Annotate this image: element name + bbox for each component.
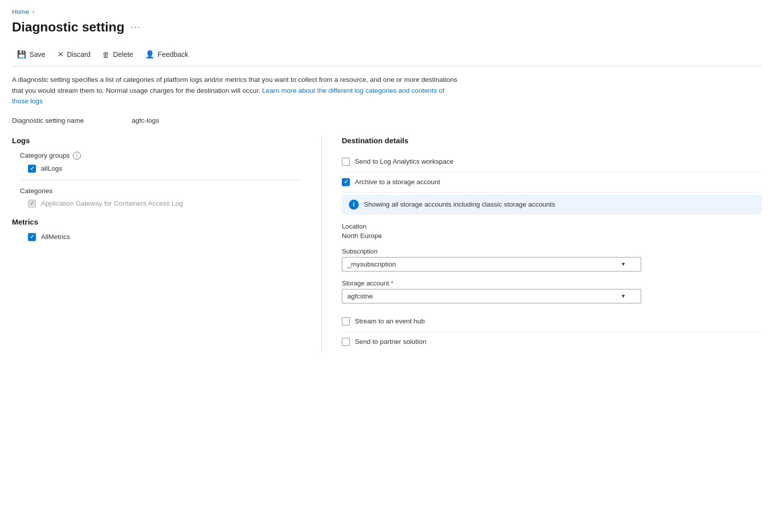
breadcrumb-home[interactable]: Home — [12, 8, 29, 15]
subscription-select-wrapper: _mysubscription ▾ — [342, 257, 641, 271]
dest-log-analytics-row: Send to Log Analytics workspace — [342, 152, 762, 172]
dest-log-analytics-label: Send to Log Analytics workspace — [355, 158, 454, 165]
info-banner: i Showing all storage accounts including… — [342, 195, 762, 215]
category-groups-header: Category groups i — [20, 152, 301, 160]
save-button[interactable]: 💾 Save — [12, 47, 50, 62]
feedback-button[interactable]: 👤 Feedback — [140, 47, 193, 62]
feedback-icon: 👤 — [145, 50, 155, 59]
category-groups-label: Category groups — [20, 152, 70, 159]
subscription-select[interactable]: _mysubscription ▾ — [342, 257, 641, 271]
storage-account-required-star: * — [391, 279, 393, 287]
destination-title: Destination details — [342, 136, 762, 145]
all-logs-checkbox[interactable] — [28, 165, 36, 173]
dest-eventhub-checkbox[interactable] — [342, 317, 350, 325]
logs-section-title: Logs — [12, 136, 301, 145]
storage-account-select-value: agfcstne — [347, 292, 373, 300]
setting-name-row: Diagnostic setting name agfc-logs — [12, 117, 762, 124]
dest-storage-row: Archive to a storage account — [342, 172, 762, 193]
breadcrumb-separator: › — [32, 8, 34, 15]
logs-divider — [20, 180, 301, 180]
page-container: Home › Diagnostic setting ··· 💾 Save ✕ D… — [0, 0, 774, 532]
discard-label: Discard — [67, 50, 90, 58]
storage-account-select-wrapper: agfcstne ▾ — [342, 289, 641, 303]
info-banner-text: Showing all storage accounts including c… — [364, 201, 555, 208]
location-group: Location North Europe — [342, 223, 762, 240]
delete-label: Delete — [113, 50, 133, 58]
delete-button[interactable]: 🗑 Delete — [97, 47, 138, 62]
subscription-select-value: _mysubscription — [347, 261, 396, 268]
app-gateway-label: Application Gateway for Containers Acces… — [41, 200, 183, 207]
category-groups-info-icon[interactable]: i — [73, 152, 81, 160]
setting-name-label: Diagnostic setting name — [12, 117, 102, 124]
dest-log-analytics-checkbox[interactable] — [342, 158, 350, 166]
feedback-label: Feedback — [158, 50, 188, 58]
left-panel: Logs Category groups i allLogs Categorie… — [12, 136, 321, 352]
dest-storage-checkbox[interactable] — [342, 178, 350, 186]
page-title-row: Diagnostic setting ··· — [12, 19, 762, 35]
location-label: Location — [342, 223, 762, 230]
app-gateway-checkbox — [28, 200, 36, 208]
more-options-button[interactable]: ··· — [130, 22, 141, 32]
dest-eventhub-label: Stream to an event hub — [355, 317, 425, 325]
dest-storage-label: Archive to a storage account — [355, 178, 440, 186]
dest-partner-row: Send to partner solution — [342, 332, 762, 352]
main-content: Logs Category groups i allLogs Categorie… — [12, 136, 762, 352]
location-value: North Europe — [342, 232, 762, 240]
categories-header: Categories — [20, 187, 301, 195]
save-label: Save — [29, 50, 45, 58]
all-metrics-row: AllMetrics — [28, 233, 301, 241]
all-metrics-checkbox[interactable] — [28, 233, 36, 241]
storage-account-select[interactable]: agfcstne ▾ — [342, 289, 641, 303]
storage-account-label-text: Storage account — [342, 279, 389, 287]
info-banner-icon: i — [349, 200, 359, 210]
discard-icon: ✕ — [57, 50, 64, 59]
page-title: Diagnostic setting — [12, 19, 124, 35]
categories-label: Categories — [20, 187, 52, 195]
all-metrics-label: AllMetrics — [41, 233, 70, 241]
subscription-group: Subscription _mysubscription ▾ — [342, 248, 762, 271]
all-logs-label: allLogs — [41, 165, 62, 172]
description-block: A diagnostic setting specifies a list of… — [12, 74, 461, 107]
setting-name-value: agfc-logs — [132, 117, 159, 124]
app-gateway-row: Application Gateway for Containers Acces… — [28, 200, 301, 208]
subscription-chevron-icon: ▾ — [622, 261, 625, 267]
right-panel: Destination details Send to Log Analytic… — [321, 136, 762, 352]
toolbar: 💾 Save ✕ Discard 🗑 Delete 👤 Feedback — [12, 43, 762, 66]
storage-account-group: Storage account * agfcstne ▾ — [342, 279, 762, 303]
metrics-section: Metrics AllMetrics — [12, 218, 301, 241]
breadcrumb: Home › — [12, 8, 762, 15]
dest-eventhub-row: Stream to an event hub — [342, 311, 762, 332]
all-logs-row: allLogs — [28, 165, 301, 173]
metrics-section-title: Metrics — [12, 218, 301, 226]
subscription-label: Subscription — [342, 248, 762, 255]
logs-section: Logs Category groups i allLogs Categorie… — [12, 136, 301, 208]
delete-icon: 🗑 — [102, 50, 110, 59]
dest-partner-label: Send to partner solution — [355, 338, 426, 345]
storage-account-chevron-icon: ▾ — [622, 292, 625, 299]
save-icon: 💾 — [17, 50, 26, 59]
dest-partner-checkbox[interactable] — [342, 338, 350, 346]
storage-account-label: Storage account * — [342, 279, 762, 287]
discard-button[interactable]: ✕ Discard — [52, 47, 95, 62]
